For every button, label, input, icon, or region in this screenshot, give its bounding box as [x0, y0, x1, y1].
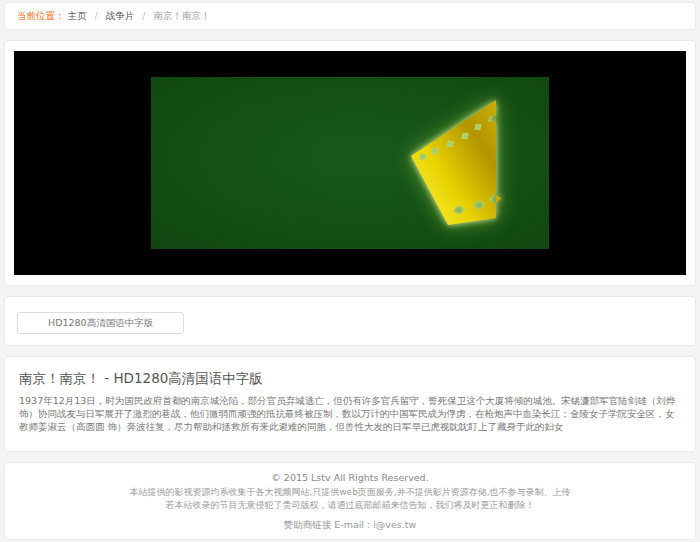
episode-list-panel: HD1280高清国语中字版 [4, 296, 696, 346]
footer: © 2015 Lstv All Rights Reserved. 本站提供的影视… [4, 462, 696, 540]
breadcrumb-separator: / [142, 10, 145, 21]
video-player-panel [4, 40, 696, 286]
breadcrumb-current-page: 南京！南京！ [154, 10, 211, 21]
page-title: 南京！南京！ - HD1280高清国语中字版 [19, 370, 681, 386]
breadcrumb-prefix-label: 当前位置： [17, 10, 65, 21]
flash-player-placeholder [151, 77, 549, 249]
footer-sponsor-email: 赞助商链接 E-mail : i@ves.tw [19, 519, 681, 531]
episode-button-hd1280[interactable]: HD1280高清国语中字版 [17, 312, 184, 334]
breadcrumb: 当前位置： 主页 / 战争片 / 南京！南京！ [4, 2, 696, 30]
footer-disclaimer-2: 若本站收录的节目无意侵犯了贵司版权，请通过底部邮箱来信告知，我们将及时更正和删除… [19, 499, 681, 512]
footer-disclaimer-1: 本站提供的影视资源均系收集于各大视频网站,只提供web页面服务,并不提供影片资源… [19, 486, 681, 499]
movie-description: 1937年12月13日，时为国民政府首都的南京城沦陷，部分官员弃城逃亡，但仍有许… [19, 394, 681, 433]
video-player[interactable] [14, 51, 686, 275]
footer-copyright: © 2015 Lstv All Rights Reserved. [19, 471, 681, 485]
breadcrumb-separator: / [95, 10, 98, 21]
film-strip-icon [401, 87, 506, 227]
breadcrumb-link-war-category[interactable]: 战争片 [106, 10, 135, 21]
breadcrumb-link-home[interactable]: 主页 [68, 10, 87, 21]
movie-detail-panel: 南京！南京！ - HD1280高清国语中字版 1937年12月13日，时为国民政… [4, 356, 696, 452]
